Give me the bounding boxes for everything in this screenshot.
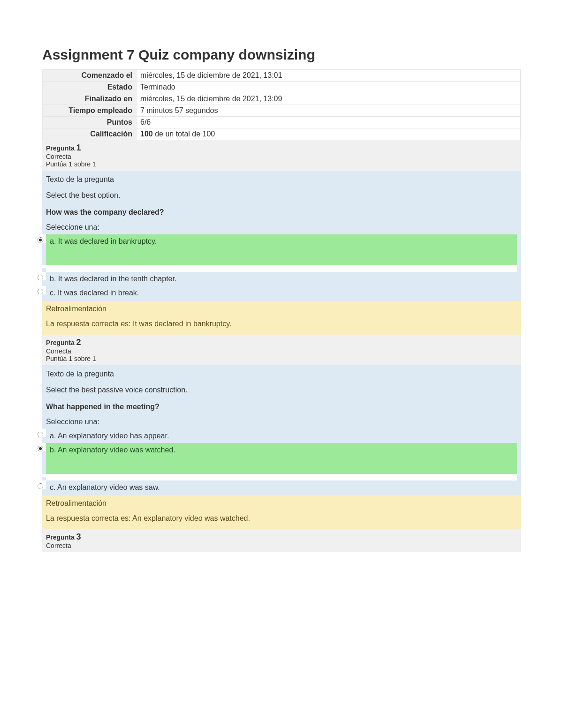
question-header: Pregunta 3Correcta [42, 529, 521, 552]
summary-row: Tiempo empleado7 minutos 57 segundos [43, 105, 521, 117]
feedback-label: Retroalimentación [46, 499, 517, 508]
radio-cell [35, 234, 46, 243]
summary-value: miércoles, 15 de diciembre de 2021, 13:0… [137, 70, 521, 82]
question-number: 2 [76, 338, 81, 347]
feedback-block: RetroalimentaciónLa respuesta correcta e… [42, 495, 521, 529]
summary-value: miércoles, 15 de diciembre de 2021, 13:0… [137, 93, 521, 105]
question-instruction: Select the best option. [46, 191, 517, 200]
summary-label: Calificación [43, 128, 137, 140]
option-row: b. An explanatory video was watched. [35, 443, 517, 474]
question-text-label: Texto de la pregunta [46, 370, 517, 378]
question-prompt: How was the company declared? [46, 208, 517, 217]
select-one-label: Seleccione una: [46, 223, 517, 232]
question-block: Pregunta 1CorrectaPuntúa 1 sobre 1Texto … [42, 140, 521, 335]
summary-row: Finalizado enmiércoles, 15 de diciembre … [43, 93, 521, 105]
question-body: Texto de la preguntaSelect the best opti… [42, 171, 521, 301]
summary-label: Tiempo empleado [43, 105, 137, 117]
question-status: Correcta [46, 347, 517, 355]
question-block: Pregunta 3Correcta [42, 529, 521, 552]
option-row: a. It was declared in bankruptcy. [35, 234, 517, 265]
radio-button[interactable] [38, 237, 43, 243]
radio-cell [35, 272, 46, 280]
summary-label: Finalizado en [43, 93, 137, 105]
options-list: a. An explanatory video has appear.b. An… [35, 429, 517, 495]
radio-cell [35, 286, 46, 294]
option-gap [35, 265, 517, 272]
question-status: Correcta [46, 542, 517, 549]
summary-table: Comenzado elmiércoles, 15 de diciembre d… [42, 69, 521, 140]
radio-button[interactable] [38, 483, 43, 489]
feedback-block: RetroalimentaciónLa respuesta correcta e… [42, 301, 521, 335]
question-score: Puntúa 1 sobre 1 [46, 355, 517, 362]
summary-label: Comenzado el [43, 70, 137, 82]
option-text[interactable]: c. It was declared in break. [46, 286, 517, 300]
option-row: c. An explanatory video was saw. [35, 480, 517, 495]
option-text[interactable]: a. An explanatory video has appear. [46, 429, 517, 443]
summary-label: Estado [43, 82, 137, 93]
summary-value: 6/6 [137, 117, 521, 128]
feedback-answer: La respuesta correcta es: It was declare… [46, 320, 517, 328]
page-title: Assignment 7 Quiz company downsizing [42, 47, 521, 63]
question-number: 3 [76, 532, 81, 541]
summary-row: Comenzado elmiércoles, 15 de diciembre d… [43, 70, 521, 82]
feedback-label: Retroalimentación [46, 305, 517, 313]
feedback-correct-answer: An explanatory video was watched. [132, 514, 250, 522]
radio-button[interactable] [38, 446, 43, 451]
question-number: 1 [76, 143, 81, 152]
question-status: Correcta [46, 153, 517, 160]
summary-value: 100 de un total de 100 [137, 128, 521, 140]
question-instruction: Select the best passive voice constructi… [46, 386, 517, 394]
option-text[interactable]: a. It was declared in bankruptcy. [46, 234, 517, 265]
radio-cell [35, 480, 46, 489]
radio-cell [35, 429, 46, 437]
summary-value: Terminado [137, 82, 521, 93]
feedback-prefix: La respuesta correcta es: [46, 320, 133, 328]
radio-button[interactable] [38, 275, 43, 280]
option-row: c. It was declared in break. [35, 286, 517, 300]
radio-button[interactable] [38, 432, 43, 437]
feedback-answer: La respuesta correcta es: An explanatory… [46, 514, 517, 523]
summary-value-rest: de un total de 100 [153, 130, 215, 138]
feedback-prefix: La respuesta correcta es: [46, 514, 132, 522]
summary-value: 7 minutos 57 segundos [137, 105, 521, 117]
select-one-label: Seleccione una: [46, 418, 517, 426]
option-gap [35, 474, 517, 480]
option-text[interactable]: b. It was declared in the tenth chapter. [46, 272, 517, 286]
radio-button[interactable] [38, 289, 43, 294]
option-row: a. An explanatory video has appear. [35, 429, 517, 443]
feedback-correct-answer: It was declared in bankruptcy. [133, 320, 231, 328]
radio-cell [35, 443, 46, 451]
question-block: Pregunta 2CorrectaPuntúa 1 sobre 1Texto … [42, 335, 521, 529]
question-label: Pregunta [46, 144, 75, 152]
option-row: b. It was declared in the tenth chapter. [35, 272, 517, 286]
summary-row: Puntos6/6 [43, 117, 521, 128]
question-prompt: What happened in the meeting? [46, 403, 517, 411]
question-header: Pregunta 2CorrectaPuntúa 1 sobre 1 [42, 335, 521, 365]
question-body: Texto de la preguntaSelect the best pass… [42, 365, 521, 495]
summary-label: Puntos [43, 117, 137, 128]
summary-row: EstadoTerminado [43, 82, 521, 93]
summary-row: Calificación100 de un total de 100 [43, 128, 521, 140]
question-label: Pregunta [46, 339, 75, 346]
summary-value-bold: 100 [140, 130, 153, 138]
option-text[interactable]: b. An explanatory video was watched. [46, 443, 517, 474]
option-text[interactable]: c. An explanatory video was saw. [46, 480, 517, 495]
question-label: Pregunta [46, 533, 75, 541]
options-list: a. It was declared in bankruptcy.b. It w… [35, 234, 517, 300]
question-text-label: Texto de la pregunta [46, 175, 517, 184]
question-header: Pregunta 1CorrectaPuntúa 1 sobre 1 [42, 140, 521, 171]
question-score: Puntúa 1 sobre 1 [46, 160, 517, 168]
